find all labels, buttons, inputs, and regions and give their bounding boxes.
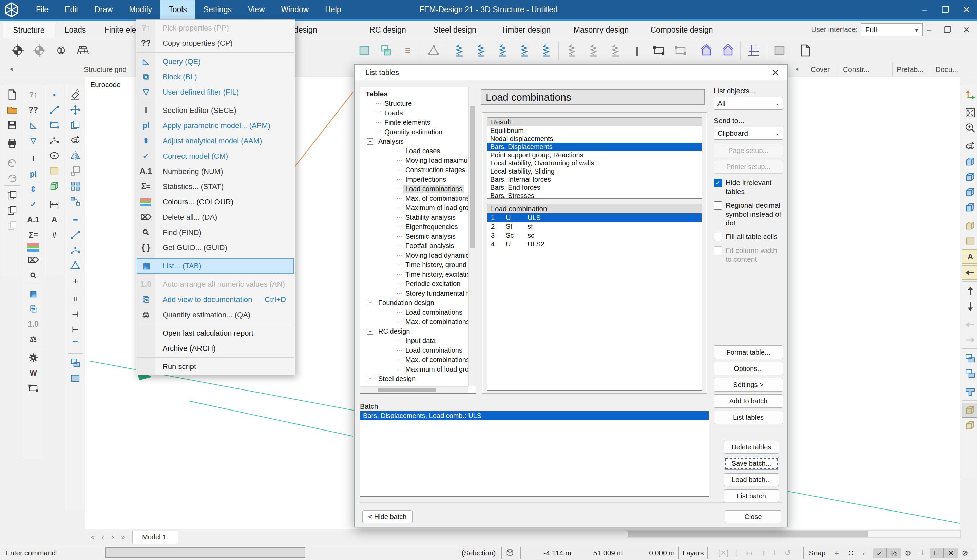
menubar-view[interactable]: View — [240, 0, 273, 19]
canvas-horizontal-scrollbar[interactable] — [626, 530, 961, 538]
layers-button[interactable]: Layers — [678, 547, 708, 559]
trim-icon[interactable]: ⊣ — [67, 307, 83, 321]
dialog-titlebar[interactable]: List tables ✕ — [354, 65, 787, 80]
menu-item-delete-all[interactable]: ⌦ Delete all... (DA) — [136, 210, 295, 225]
tree-item[interactable]: Structure — [364, 98, 468, 108]
parallel-lines-icon[interactable]: ＝ — [67, 213, 83, 227]
tree-item[interactable]: Input data — [364, 336, 468, 345]
tree-item[interactable]: − Analysis — [364, 137, 468, 146]
auto-arrange-icon[interactable]: 1.0 — [25, 317, 41, 331]
menu-item[interactable] — [136, 356, 295, 359]
prefab-icon[interactable] — [770, 40, 789, 62]
menu-item-find[interactable]: ⚲ Find (FIND) — [136, 225, 295, 240]
origin-icon[interactable] — [8, 40, 27, 62]
load-batch-button[interactable]: Load batch... — [724, 473, 779, 486]
regional-decimal-checkbox[interactable]: Regional decimal symbol instead of dot — [714, 201, 783, 228]
window-close-icon[interactable]: ✕ — [956, 0, 977, 19]
tree-item[interactable]: Tables — [364, 89, 468, 98]
copy-properties-icon[interactable]: ?? — [25, 103, 41, 117]
wind-load-icon[interactable]: W — [25, 366, 41, 380]
point-support-group-icon[interactable] — [471, 40, 491, 62]
tree-item[interactable]: Load combinations — [364, 345, 468, 355]
scale-icon[interactable] — [67, 164, 83, 178]
saved-view-icon[interactable] — [962, 418, 977, 432]
tree-item[interactable]: Periodic excitation — [364, 279, 468, 288]
point-support-icon[interactable] — [450, 40, 469, 62]
list-tables-button[interactable]: List tables — [714, 410, 783, 424]
result-row[interactable]: Point support group, Reactions — [488, 151, 701, 159]
snap-angle-icon[interactable]: ∟ — [930, 548, 944, 558]
result-row[interactable]: Local stability, Overturning of walls — [488, 159, 701, 167]
settings-gear-icon[interactable] — [25, 351, 41, 364]
load-combination-row[interactable]: 2Sfsf — [488, 222, 701, 231]
user-interface-select[interactable]: Full▼ — [861, 23, 923, 36]
render-text-icon[interactable]: A — [962, 250, 977, 264]
save-batch-button[interactable]: Save batch... — [724, 457, 779, 470]
menu-item[interactable] — [136, 322, 295, 325]
prev-view-icon[interactable] — [962, 318, 977, 332]
model-next-icon[interactable]: › — [108, 531, 118, 543]
surface-support-icon[interactable] — [537, 40, 556, 62]
doc-close-icon[interactable]: ✕ — [959, 24, 974, 35]
checkbox-icon[interactable] — [714, 233, 722, 241]
workplane-cube-icon[interactable] — [501, 547, 518, 559]
batch-row[interactable]: Bars, Displacements, Load comb.: ULS — [360, 411, 709, 420]
collapse-icon[interactable]: − — [367, 376, 374, 382]
printer-setup-button[interactable]: Printer setup... — [714, 160, 783, 173]
doc-restore-icon[interactable]: ❐ — [940, 24, 955, 35]
tree-item[interactable]: − Steel design — [364, 374, 468, 383]
circle-icon[interactable] — [47, 149, 62, 162]
close-button[interactable]: Close — [725, 510, 781, 523]
undo-icon[interactable] — [4, 155, 20, 168]
cover-outline-icon[interactable] — [697, 40, 716, 62]
tab-steel-design[interactable]: Steel design — [423, 22, 486, 38]
menubar-edit[interactable]: Edit — [57, 0, 87, 19]
rotate-input-icon[interactable]: ↺ — [781, 548, 794, 557]
tree-item[interactable]: Seismic analysis — [364, 232, 468, 241]
list-tables-icon[interactable]: ▦ — [25, 287, 41, 300]
edit-polygon-icon[interactable] — [67, 258, 83, 272]
construction-stages-icon[interactable] — [744, 40, 763, 62]
hide-batch-button[interactable]: < Hide batch — [362, 510, 413, 523]
rotate-icon[interactable] — [67, 133, 83, 147]
hide-irrelevant-tables-checkbox[interactable]: Hide irrelevant tables — [714, 178, 783, 196]
tree-item[interactable]: Load combinations — [364, 307, 468, 317]
options-button[interactable]: Options... — [714, 362, 783, 375]
line-support-icon[interactable] — [493, 40, 512, 62]
mirror-icon[interactable] — [67, 149, 83, 162]
tree-item[interactable]: Time history, ground acce — [364, 260, 468, 270]
filter-off-icon[interactable]: [✕] — [717, 548, 730, 557]
menu-item[interactable] — [136, 255, 295, 258]
menubar-file[interactable]: File — [28, 0, 57, 19]
menu-item-user-defined-filter[interactable]: ▽ User defined filter (FIL) — [136, 84, 295, 100]
scrollbar-thumb[interactable] — [378, 388, 436, 392]
axis-icon[interactable]: ① — [52, 40, 70, 62]
page-setup-button[interactable]: Page setup... — [714, 144, 783, 157]
query-icon[interactable]: ◺ — [25, 118, 41, 132]
correct-model-icon[interactable]: ✓ — [25, 198, 41, 211]
view-side-icon[interactable] — [962, 170, 977, 184]
guide-line-icon[interactable]: ¦ — [730, 548, 743, 557]
tree-item[interactable]: Eigenfrequencies — [364, 222, 468, 232]
model-tab[interactable]: Model 1. — [132, 530, 178, 544]
copy-icon[interactable] — [4, 204, 20, 217]
array-icon[interactable] — [67, 179, 83, 193]
delete-tables-button[interactable]: Delete tables — [724, 441, 779, 453]
tree-item[interactable]: Loads — [364, 108, 468, 118]
format-table-button[interactable]: Format table... — [714, 345, 783, 359]
adjust-model-icon[interactable]: ⇕ — [25, 182, 41, 196]
move-up-icon[interactable] — [962, 284, 977, 298]
render-sheet-icon[interactable] — [962, 234, 977, 248]
checkbox-icon[interactable] — [714, 202, 722, 210]
menubar-window[interactable]: Window — [273, 0, 317, 19]
render-box-icon[interactable] — [962, 219, 977, 233]
delete-all-icon[interactable]: ⌦ — [25, 253, 41, 267]
tree-item[interactable]: Maximum of load groups — [364, 203, 468, 213]
tree-item[interactable]: Storey fundamental frequ — [364, 288, 468, 298]
line-spring-icon[interactable] — [584, 40, 603, 62]
checkbox-icon[interactable] — [714, 178, 722, 187]
tab-loads[interactable]: Loads — [57, 22, 94, 38]
snap-endpoint-icon[interactable]: ↙ — [873, 548, 887, 558]
local-system-icon[interactable] — [30, 40, 49, 62]
collapse-icon[interactable]: − — [367, 138, 374, 145]
